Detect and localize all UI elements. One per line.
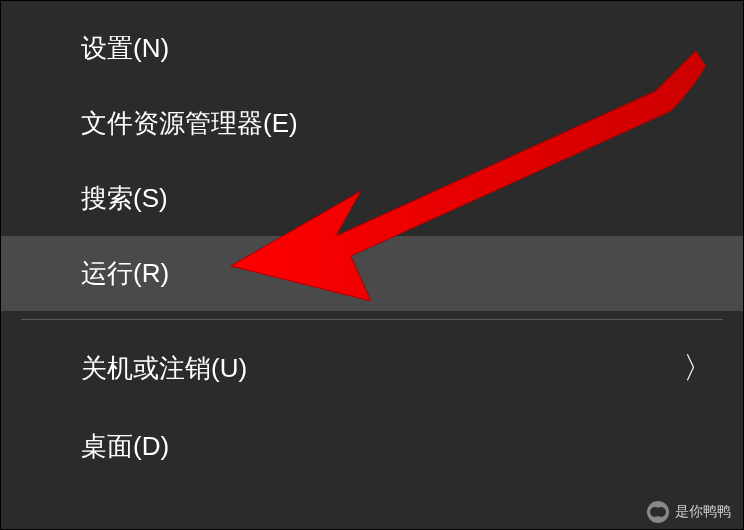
menu-item-label: 运行(R) [81, 256, 743, 291]
menu-item-label: 搜索(S) [81, 181, 743, 216]
menu-separator [21, 319, 723, 320]
menu-item-label: 设置(N) [81, 31, 743, 66]
winx-context-menu: 设置(N) 文件资源管理器(E) 搜索(S) 运行(R) 关机或注销(U) 〉 … [1, 1, 743, 529]
menu-item-label: 文件资源管理器(E) [81, 106, 743, 141]
menu-item-search[interactable]: 搜索(S) [1, 161, 743, 236]
menu-item-file-explorer[interactable]: 文件资源管理器(E) [1, 86, 743, 161]
menu-item-run[interactable]: 运行(R) [1, 236, 743, 311]
menu-item-desktop[interactable]: 桌面(D) [1, 409, 743, 484]
menu-item-shutdown[interactable]: 关机或注销(U) 〉 [1, 328, 743, 409]
menu-item-label: 桌面(D) [81, 429, 743, 464]
watermark: 是你鸭鸭 [647, 501, 731, 523]
watermark-text: 是你鸭鸭 [675, 503, 731, 521]
menu-item-settings[interactable]: 设置(N) [1, 11, 743, 86]
menu-item-label: 关机或注销(U) [81, 351, 683, 386]
wechat-icon [647, 501, 669, 523]
chevron-right-icon: 〉 [683, 348, 713, 389]
